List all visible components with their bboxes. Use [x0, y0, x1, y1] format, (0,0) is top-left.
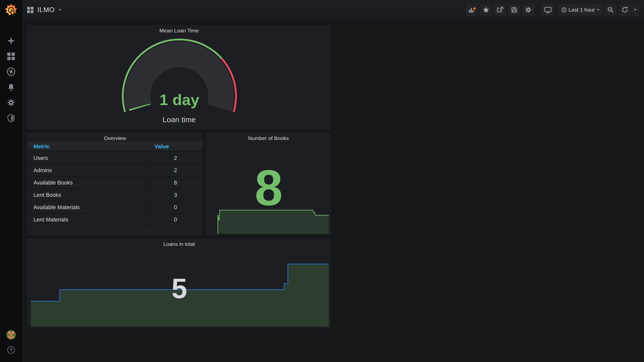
monitor-icon: [544, 6, 552, 14]
metric-cell: Lent Books: [27, 192, 148, 198]
refresh-interval-button[interactable]: [631, 4, 639, 16]
table-header: Metric Value: [27, 142, 203, 152]
tv-mode-button[interactable]: [542, 4, 554, 16]
grafana-logo-icon: [5, 4, 17, 16]
add-panel-icon: [468, 6, 476, 14]
value-cell: 0: [148, 204, 203, 211]
refresh-button[interactable]: [619, 4, 631, 16]
panel-mean-loan-time: Mean Loan Time 1 day Loan time: [27, 25, 331, 129]
time-range-label: Last 1 hour: [569, 7, 595, 13]
metric-cell: Available Materials: [27, 204, 148, 211]
navbar: ILMO: [22, 0, 644, 20]
sidebar-item-create[interactable]: +: [0, 35, 22, 46]
avatar-icon: [6, 330, 16, 340]
sidebar-item-server-admin[interactable]: [0, 113, 22, 124]
save-icon: [511, 6, 518, 13]
star-icon: [482, 6, 490, 13]
gauge-chart: [27, 25, 331, 129]
grafana-logo[interactable]: [0, 3, 22, 17]
plus-icon: +: [8, 37, 15, 44]
panel-overview: Overview Metric Value Users2Admins2Avail…: [27, 133, 203, 235]
column-separator: [149, 152, 149, 226]
value-cell: 8: [148, 179, 203, 186]
table-row: Admins2: [27, 164, 203, 177]
value-cell: 3: [148, 192, 203, 198]
refresh-caret-icon: [634, 9, 636, 11]
refresh-icon: [622, 7, 628, 13]
panel-number-of-books: Number of Books 8: [206, 133, 331, 235]
help-icon: ?: [7, 346, 15, 354]
sidebar-item-alerting[interactable]: [0, 82, 22, 93]
metric-cell: Available Books: [27, 179, 148, 186]
share-button[interactable]: [494, 4, 506, 16]
help-button[interactable]: ?: [0, 346, 22, 354]
table-row: Lent Materials0: [27, 214, 203, 226]
value-cell: 2: [148, 167, 203, 174]
gear-icon: [525, 6, 532, 13]
time-caret-icon: [597, 9, 599, 11]
zoom-out-icon: [607, 6, 614, 13]
gauge-label: Loan time: [27, 115, 331, 124]
column-header-value[interactable]: Value: [148, 143, 203, 150]
loans-value: 5: [172, 275, 187, 303]
shield-icon: [7, 114, 15, 122]
books-value: 8: [255, 163, 283, 213]
sidebar-item-explore[interactable]: [0, 66, 22, 77]
column-header-metric[interactable]: Metric: [27, 143, 148, 150]
table-row: Available Materials0: [27, 201, 203, 214]
zoom-out-button[interactable]: [604, 4, 617, 16]
table-row: Users2: [27, 152, 203, 164]
gauge-value: 1 day: [159, 92, 199, 108]
panel-loans-in-total: Loans in total 5: [27, 239, 331, 328]
compass-icon: [7, 67, 16, 76]
save-button[interactable]: [508, 4, 520, 16]
table-row: Lent Books3: [27, 189, 203, 201]
dashboard-grid-icon[interactable]: [27, 7, 33, 13]
share-icon: [497, 6, 504, 13]
metric-cell: Admins: [27, 167, 148, 174]
sidebar-item-configuration[interactable]: [0, 97, 22, 108]
sidebar: +: [0, 0, 22, 362]
metric-cell: Users: [27, 155, 148, 161]
panel-title[interactable]: Overview: [27, 135, 203, 141]
user-avatar[interactable]: [0, 330, 22, 340]
grafana-app: ILMO: [0, 0, 644, 362]
sidebar-item-dashboards[interactable]: [0, 51, 22, 62]
chevron-down-icon[interactable]: [59, 9, 61, 11]
dashboard-title[interactable]: ILMO: [37, 6, 55, 14]
table-body: Users2Admins2Available Books8Lent Books3…: [27, 152, 203, 226]
gear-icon: [7, 98, 15, 107]
table-row: Available Books8: [27, 177, 203, 189]
value-cell: 2: [148, 155, 203, 161]
value-cell: 0: [148, 216, 203, 223]
star-button[interactable]: [480, 4, 492, 16]
dashboards-icon: [7, 53, 15, 60]
time-range-picker[interactable]: Last 1 hour: [558, 4, 602, 16]
settings-button[interactable]: [522, 4, 534, 16]
panel-title[interactable]: Loans in total: [27, 241, 331, 247]
panel-title[interactable]: Number of Books: [206, 135, 331, 141]
metric-cell: Lent Materials: [27, 216, 148, 223]
bell-icon: [7, 83, 15, 92]
add-panel-button[interactable]: [466, 4, 478, 16]
clock-icon: [561, 7, 567, 13]
